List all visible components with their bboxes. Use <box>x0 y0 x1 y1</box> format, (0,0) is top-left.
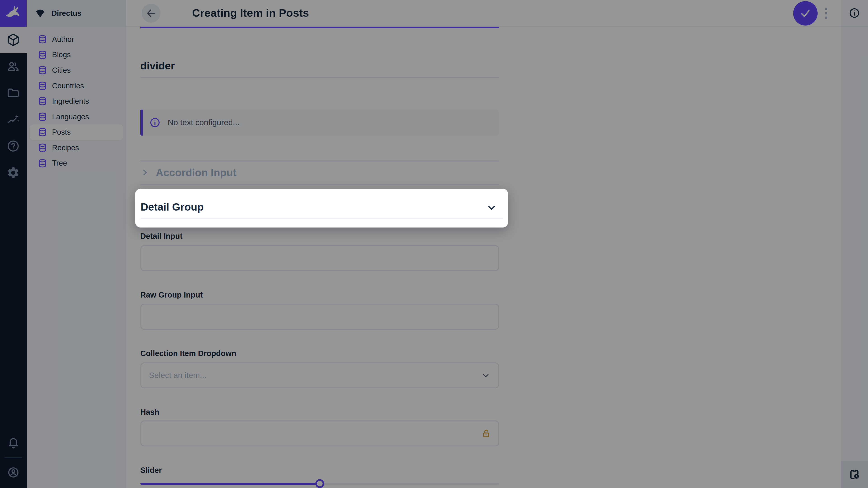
detail-group-header[interactable]: Detail Group <box>135 189 508 227</box>
directus-app: Directus Author Blogs Cities Countries I… <box>0 0 868 488</box>
detail-group-divider <box>141 218 503 219</box>
dim-overlay <box>0 0 868 488</box>
detail-group-title: Detail Group <box>141 201 204 213</box>
chevron-down-icon[interactable] <box>486 202 497 213</box>
